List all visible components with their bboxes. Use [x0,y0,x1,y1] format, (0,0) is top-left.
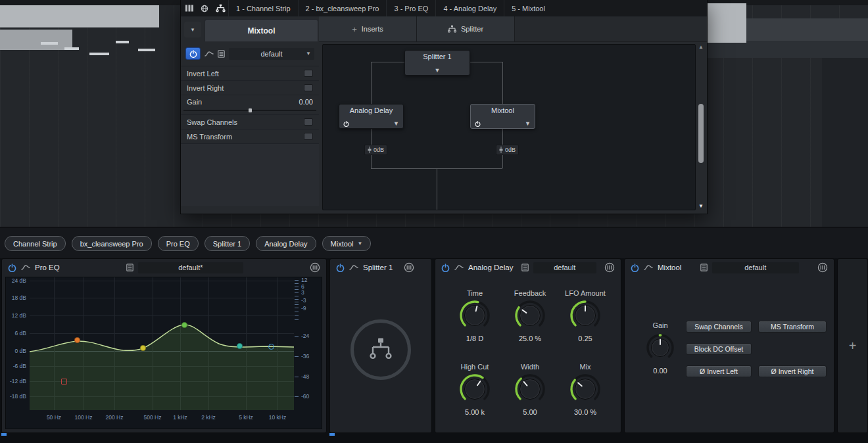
preset-icon[interactable] [521,264,529,271]
invert-left-button[interactable]: Ø Invert Left [686,365,752,377]
pill-pro-eq[interactable]: Pro EQ [158,236,199,251]
collapse-button[interactable]: ▾ [184,22,201,37]
param-toggle[interactable] [304,70,313,77]
tab-splitter[interactable]: Splitter [417,16,515,41]
preset-icon[interactable] [700,264,708,271]
preset-selector[interactable]: default* [138,262,243,273]
bypass-icon[interactable] [644,264,653,271]
channel-editor-icon[interactable] [404,262,414,273]
power-button[interactable] [8,264,16,272]
eq-band-handle[interactable] [140,345,146,351]
chevron-down-icon[interactable]: ▼ [393,121,399,127]
plugin-tab-pro-eq[interactable]: 3 - Pro EQ [386,0,435,16]
preset-selector[interactable]: default [712,262,799,273]
knob-value[interactable]: 30.0 % [574,408,596,416]
midi-note[interactable] [138,49,155,51]
param-toggle[interactable] [304,133,313,140]
scroll-thumb[interactable] [698,104,704,163]
mix-knob[interactable] [569,373,602,406]
mixtool-node[interactable]: Mixtool ▼ [470,104,535,129]
eq-band-handle[interactable] [237,343,243,349]
gain-node[interactable]: 0dB [364,145,387,155]
plugin-tab-mixtool[interactable]: 5 - Mixtool [504,0,552,16]
knob-value[interactable]: 5.00 [523,408,537,416]
bypass-icon[interactable] [21,264,30,271]
pill-bx-cleansweep[interactable]: bx_cleansweep Pro [72,236,152,251]
plugin-tab-analog-delay[interactable]: 4 - Analog Delay [435,0,504,16]
plugin-tab-channel-strip[interactable]: 1 - Channel Strip [228,0,298,16]
plugin-title-tab[interactable]: Mixtool [205,19,318,41]
param-toggle[interactable] [304,84,313,91]
channel-editor-icon[interactable] [604,262,615,273]
routing-icon[interactable] [212,0,228,16]
param-invert-left[interactable]: Invert Left [181,66,319,81]
power-button[interactable] [631,264,639,272]
param-swap-channels[interactable]: Swap Channels [181,115,319,129]
pill-splitter[interactable]: Splitter 1 [205,236,250,251]
eq-band-handle[interactable] [74,337,80,343]
tab-inserts[interactable]: + Inserts [319,16,417,41]
chevron-down-icon[interactable]: ▼ [525,121,531,127]
plugin-tab-bx-cleansweep[interactable]: 2 - bx_cleansweep Pro [298,0,387,16]
midi-note[interactable] [116,41,129,43]
gain-knob[interactable] [645,333,675,363]
eq-band-handle[interactable] [268,344,274,350]
power-icon[interactable] [475,121,481,127]
knob-value[interactable]: 0.00 [653,367,667,375]
preset-selector[interactable]: default ▼ [229,48,314,60]
knob-value[interactable]: 0.25 [578,335,592,342]
preset-icon[interactable] [218,50,225,58]
bypass-icon[interactable] [205,51,214,57]
gain-slider[interactable] [183,108,316,114]
scroll-down-arrow[interactable]: ▼ [697,203,705,209]
audio-clip[interactable] [0,5,159,28]
midi-note[interactable] [64,47,79,50]
chevron-down-icon[interactable]: ▼ [435,68,441,74]
block-dc-offset-button[interactable]: Block DC Offset [686,343,752,355]
power-button[interactable] [185,47,201,60]
preset-icon[interactable] [126,264,133,271]
audio-clip[interactable] [0,30,72,50]
param-toggle[interactable] [304,118,313,126]
eq-band-handle[interactable] [181,322,187,328]
routing-canvas[interactable]: Splitter 1 ▼ Analog Delay ▼ Mixtool [322,44,696,210]
add-device-icon[interactable]: + [849,338,857,354]
width-knob[interactable] [514,373,546,406]
globe-icon[interactable] [197,0,212,16]
pill-mixtool[interactable]: Mixtool▼ [322,236,372,251]
knob-value[interactable]: 25.0 % [519,335,541,342]
feedback-knob[interactable] [514,299,546,332]
eq-grid[interactable] [30,277,294,410]
scroll-up-arrow[interactable]: ▲ [697,44,705,50]
lfo-amount-knob[interactable] [569,299,602,332]
swap-channels-button[interactable]: Swap Channels [686,321,752,333]
pill-analog-delay[interactable]: Analog Delay [256,236,316,251]
add-device-panel[interactable]: + [837,258,868,433]
splitter-node[interactable]: Splitter 1 ▼ [404,50,470,76]
midi-note[interactable] [41,42,58,45]
eq-band-handle[interactable] [61,379,67,385]
param-gain[interactable]: Gain 0.00 [181,95,319,115]
gain-slider-thumb[interactable] [249,108,252,112]
gain-node[interactable]: 0dB [496,145,519,155]
pill-channel-strip[interactable]: Channel Strip [5,236,66,251]
ms-transform-button[interactable]: MS Transform [758,321,827,333]
high-cut-knob[interactable] [458,373,491,406]
param-invert-right[interactable]: Invert Right [181,81,319,95]
audio-clip[interactable] [707,3,746,43]
invert-right-button[interactable]: Ø Invert Right [758,365,827,377]
knob-value[interactable]: 1/8 D [466,335,483,342]
time-knob[interactable] [458,299,491,332]
eq-display[interactable]: 24 dB18 dB12 dB6 dB0 dB-6 dB-12 dB-18 dB… [5,277,322,429]
analog-delay-node[interactable]: Analog Delay ▼ [339,104,404,129]
channel-editor-icon[interactable] [817,262,828,273]
keyboard-icon[interactable] [181,0,197,16]
knob-value[interactable]: 5.00 k [465,408,485,416]
bypass-icon[interactable] [349,264,358,271]
power-button[interactable] [441,264,450,272]
power-icon[interactable] [343,121,349,127]
scrollbar[interactable]: ▲ ▼ [697,44,705,209]
param-ms-transform[interactable]: MS Transform [181,129,319,144]
channel-editor-icon[interactable] [310,262,320,273]
power-button[interactable] [336,264,345,272]
